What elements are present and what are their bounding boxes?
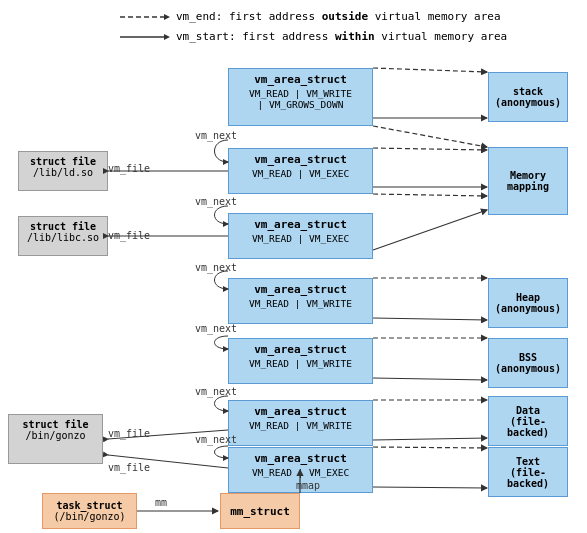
region-mmap: Memorymapping [488, 147, 568, 215]
struct-libc-title: struct file [25, 221, 101, 232]
region-text: Text(file-backed) [488, 447, 568, 497]
region-heap-label: Heap(anonymous) [495, 292, 561, 314]
vma-box-1: vm_area_struct VM_READ | VM_WRITE| VM_GR… [228, 68, 373, 126]
region-mmap-label: Memorymapping [507, 170, 549, 192]
svg-line-15 [373, 318, 487, 320]
vma-box-2: vm_area_struct VM_READ | VM_EXEC [228, 148, 373, 194]
dashed-line-icon [120, 11, 170, 23]
mm-struct-label: mm_struct [230, 505, 290, 518]
task-struct-subtitle: (/bin/gonzo) [51, 511, 128, 522]
region-stack: stack(anonymous) [488, 72, 568, 122]
vm-next-label-4: vm_next [195, 323, 237, 334]
vma-title-5: vm_area_struct [235, 343, 366, 356]
region-bss: BSS(anonymous) [488, 338, 568, 388]
svg-marker-1 [164, 14, 170, 20]
vma-perms-1: VM_READ | VM_WRITE| VM_GROWS_DOWN [235, 88, 366, 110]
mmap-label: mmap [296, 480, 320, 491]
svg-line-21 [373, 487, 487, 488]
vma-perms-4: VM_READ | VM_WRITE [235, 298, 366, 309]
vma-title-4: vm_area_struct [235, 283, 366, 296]
struct-ld-title: struct file [25, 156, 101, 167]
svg-line-8 [373, 126, 487, 147]
region-data: Data(file-backed) [488, 396, 568, 446]
struct-gonzo-path: /bin/gonzo [15, 430, 96, 441]
struct-libc-path: /lib/libc.so [25, 232, 101, 243]
vma-perms-5: VM_READ | VM_WRITE [235, 358, 366, 369]
vm-file-label-2: vm_file [108, 230, 150, 241]
legend-dashed-label: vm_end: first address outside virtual me… [176, 8, 501, 26]
vma-box-3: vm_area_struct VM_READ | VM_EXEC [228, 213, 373, 259]
vm-file-label-4: vm_file [108, 462, 150, 473]
svg-line-7 [373, 68, 487, 72]
vm-next-label-2: vm_next [195, 196, 237, 207]
vm-next-label-3: vm_next [195, 262, 237, 273]
legend-solid: vm_start: first address within virtual m… [120, 28, 507, 46]
vma-title-1: vm_area_struct [235, 73, 366, 86]
vma-perms-7: VM_READ | VM_EXEC [235, 467, 366, 478]
region-text-label: Text(file-backed) [507, 456, 549, 489]
vma-title-7: vm_area_struct [235, 452, 366, 465]
mm-label: mm [155, 497, 167, 508]
vma-perms-3: VM_READ | VM_EXEC [235, 233, 366, 244]
struct-ld: struct file /lib/ld.so [18, 151, 108, 191]
vma-title-3: vm_area_struct [235, 218, 366, 231]
svg-line-20 [373, 447, 487, 448]
diagram: vm_end: first address outside virtual me… [0, 0, 587, 533]
struct-libc: struct file /lib/libc.so [18, 216, 108, 256]
svg-line-19 [373, 438, 487, 440]
region-stack-label: stack(anonymous) [495, 86, 561, 108]
vma-title-6: vm_area_struct [235, 405, 366, 418]
vma-title-2: vm_area_struct [235, 153, 366, 166]
vma-box-6: vm_area_struct VM_READ | VM_WRITE [228, 400, 373, 446]
legend: vm_end: first address outside virtual me… [120, 8, 507, 48]
vma-perms-2: VM_READ | VM_EXEC [235, 168, 366, 179]
region-bss-label: BSS(anonymous) [495, 352, 561, 374]
struct-ld-path: /lib/ld.so [25, 167, 101, 178]
legend-solid-label: vm_start: first address within virtual m… [176, 28, 507, 46]
vm-next-label-6: vm_next [195, 434, 237, 445]
vm-next-label-5: vm_next [195, 386, 237, 397]
vm-file-label-1: vm_file [108, 163, 150, 174]
struct-gonzo: struct file /bin/gonzo [8, 414, 103, 464]
task-struct-title: task_struct [51, 500, 128, 511]
region-heap: Heap(anonymous) [488, 278, 568, 328]
task-struct-box: task_struct (/bin/gonzo) [42, 493, 137, 529]
vma-perms-6: VM_READ | VM_WRITE [235, 420, 366, 431]
vma-box-5: vm_area_struct VM_READ | VM_WRITE [228, 338, 373, 384]
legend-dashed: vm_end: first address outside virtual me… [120, 8, 507, 26]
region-data-label: Data(file-backed) [507, 405, 549, 438]
svg-line-10 [373, 194, 487, 196]
mm-struct-box: mm_struct [220, 493, 300, 529]
svg-marker-3 [164, 34, 170, 40]
vm-file-label-3: vm_file [108, 428, 150, 439]
solid-line-icon [120, 31, 170, 43]
svg-line-9 [373, 148, 487, 150]
struct-gonzo-title: struct file [15, 419, 96, 430]
vma-box-4: vm_area_struct VM_READ | VM_WRITE [228, 278, 373, 324]
svg-line-17 [373, 378, 487, 380]
svg-line-13 [373, 210, 487, 250]
vm-next-label-1: vm_next [195, 130, 237, 141]
